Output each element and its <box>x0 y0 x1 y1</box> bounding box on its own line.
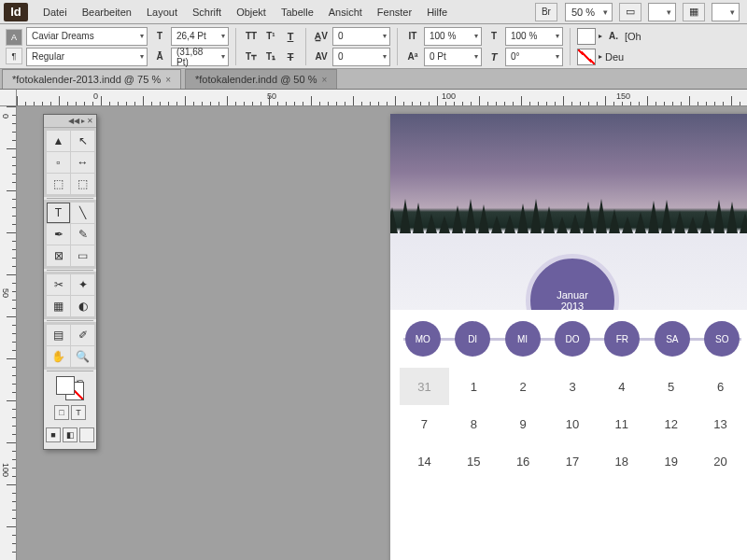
document-page[interactable]: Januar 2013 MODIMIDOFRSASO 3112345678910… <box>390 114 747 560</box>
calendar-cell[interactable]: 14 <box>400 442 449 480</box>
vscale-input[interactable]: 100 % <box>424 27 482 46</box>
menu-objekt[interactable]: Objekt <box>229 3 274 21</box>
menu-schrift[interactable]: Schrift <box>185 3 229 21</box>
gap-tool[interactable]: ↔ <box>71 152 94 173</box>
tools-panel[interactable]: ◀◀ ▸ ✕ ▲ ↖ ▫ ↔ ⬚ ⬚ T ╲ ✒ ✎ ⊠ ▭ ✂ ✦ <box>43 114 97 450</box>
menu-hilfe[interactable]: Hilfe <box>419 3 455 21</box>
charstyle-icon[interactable]: A. <box>605 28 622 45</box>
calendar-cell[interactable]: 16 <box>499 442 548 480</box>
smallcaps-icon[interactable]: Tᴛ <box>243 49 260 65</box>
calendar-cell[interactable]: 13 <box>696 405 745 442</box>
apply-none-button[interactable] <box>79 427 94 442</box>
ruler-origin[interactable] <box>0 90 17 106</box>
apply-text-button[interactable]: T <box>71 405 86 420</box>
hand-tool[interactable]: ✋ <box>47 346 70 367</box>
leading-input[interactable]: (31,68 Pt) <box>171 48 229 66</box>
super-icon[interactable]: T¹ <box>262 28 279 45</box>
calendar-cell[interactable]: 4 <box>597 368 646 405</box>
close-icon[interactable]: × <box>321 75 327 85</box>
content-placer-tool[interactable]: ⬚ <box>71 174 94 194</box>
rect-tool[interactable]: ▭ <box>71 245 94 266</box>
menu-bearbeiten[interactable]: Bearbeiten <box>75 3 139 21</box>
calendar-cell[interactable]: 20 <box>696 442 745 480</box>
app-logo: Id <box>4 3 28 21</box>
pencil-tool[interactable]: ✎ <box>71 224 94 245</box>
document-tab[interactable]: *fotokalender.indd @ 50 %× <box>185 69 337 89</box>
weekday-badge: DO <box>555 321 590 357</box>
calendar-cell[interactable]: 17 <box>548 442 598 480</box>
type-tool[interactable]: T <box>47 203 70 223</box>
view-mode-button[interactable]: ▭ <box>619 3 641 21</box>
eyedropper-tool[interactable]: ✐ <box>71 325 94 345</box>
char-mode-button[interactable]: A <box>6 29 22 46</box>
allcaps-icon[interactable]: TT <box>243 28 260 45</box>
calendar-cell[interactable]: 9 <box>499 405 548 442</box>
hscale-input[interactable]: 100 % <box>505 27 563 46</box>
content-collector-tool[interactable]: ⬚ <box>47 174 70 194</box>
gradient-feather-tool[interactable]: ◐ <box>71 296 94 316</box>
pen-tool[interactable]: ✒ <box>47 224 70 245</box>
tracking-input[interactable]: 0 <box>332 48 390 66</box>
document-tab[interactable]: *fotokalender-2013.indd @ 75 %× <box>2 69 181 89</box>
calendar-cell[interactable]: 18 <box>597 442 646 480</box>
font-size-input[interactable]: 26,4 Pt <box>171 27 229 46</box>
calendar-cell[interactable]: 15 <box>449 442 499 480</box>
lang-label: Deu <box>605 51 624 63</box>
calendar-cell[interactable]: 2 <box>499 368 548 405</box>
menu-ansicht[interactable]: Ansicht <box>321 3 370 21</box>
direct-selection-tool[interactable]: ↖ <box>71 131 94 151</box>
menu-fenster[interactable]: Fenster <box>370 3 419 21</box>
scissors-tool[interactable]: ✂ <box>47 274 70 295</box>
selection-tool[interactable]: ▲ <box>47 131 70 151</box>
arrange-button[interactable]: ▦ <box>683 3 705 21</box>
calendar-cell[interactable]: 5 <box>646 368 696 405</box>
font-select[interactable]: Caviar Dreams <box>26 27 148 46</box>
calendar-cell[interactable]: 12 <box>646 405 696 442</box>
skew-input[interactable]: 0° <box>505 48 563 66</box>
panel-header[interactable]: ◀◀ ▸ ✕ <box>44 115 96 128</box>
page-tool[interactable]: ▫ <box>47 152 70 173</box>
menu-datei[interactable]: Datei <box>35 3 75 21</box>
apply-container-button[interactable]: □ <box>54 405 69 420</box>
calendar-cell[interactable]: 7 <box>400 405 449 442</box>
calendar-cell[interactable]: 10 <box>548 405 598 442</box>
calendar-cell[interactable]: 6 <box>696 368 745 405</box>
kerning-input[interactable]: 0 <box>332 27 390 46</box>
calendar-cell[interactable]: 11 <box>597 405 646 442</box>
calendar-cell[interactable]: 3 <box>548 368 598 405</box>
close-icon[interactable]: × <box>165 75 171 85</box>
stroke-swatch[interactable] <box>577 49 596 65</box>
calendar-cell[interactable]: 8 <box>449 405 499 442</box>
canvas[interactable]: Januar 2013 MODIMIDOFRSASO 3112345678910… <box>17 106 747 560</box>
transform-tool[interactable]: ✦ <box>71 274 94 295</box>
sub-icon[interactable]: T₁ <box>262 49 279 65</box>
underline-icon[interactable]: T <box>282 28 299 45</box>
rect-frame-tool[interactable]: ⊠ <box>47 245 70 266</box>
screen-mode-select[interactable] <box>648 3 676 21</box>
vertical-ruler[interactable]: 050100 <box>0 106 17 560</box>
para-mode-button[interactable]: ¶ <box>6 48 22 64</box>
calendar-cell[interactable]: 19 <box>646 442 696 480</box>
font-style-select[interactable]: Regular <box>26 48 148 66</box>
fill-swatch[interactable] <box>577 28 596 45</box>
apply-gradient-button[interactable]: ◧ <box>63 427 78 442</box>
control-bar: A ¶ Caviar Dreams Regular T26,4 Pt Ā(31,… <box>0 24 747 69</box>
gradient-swatch-tool[interactable]: ▦ <box>47 296 70 316</box>
weekday-row: MODIMIDOFRSASO <box>390 310 747 364</box>
zoom-select[interactable]: 50 % <box>565 3 613 21</box>
line-tool[interactable]: ╲ <box>71 203 94 223</box>
calendar-cell[interactable]: 1 <box>449 368 499 405</box>
horizontal-ruler[interactable]: 050100150200 <box>17 90 747 106</box>
menu-layout[interactable]: Layout <box>139 3 185 21</box>
workspace-select[interactable] <box>712 3 740 21</box>
note-tool[interactable]: ▤ <box>47 325 70 345</box>
strike-icon[interactable]: T <box>282 49 299 65</box>
zoom-tool[interactable]: 🔍 <box>71 346 94 367</box>
apply-color-button[interactable]: ■ <box>46 427 61 442</box>
calendar-cell[interactable]: 31 <box>400 368 449 405</box>
bridge-button[interactable]: Br <box>535 3 557 21</box>
vscale-icon: IT <box>404 28 421 45</box>
menu-tabelle[interactable]: Tabelle <box>274 3 321 21</box>
baseline-input[interactable]: 0 Pt <box>424 48 482 66</box>
fill-stroke-swatch[interactable]: ⤺ <box>56 376 84 400</box>
